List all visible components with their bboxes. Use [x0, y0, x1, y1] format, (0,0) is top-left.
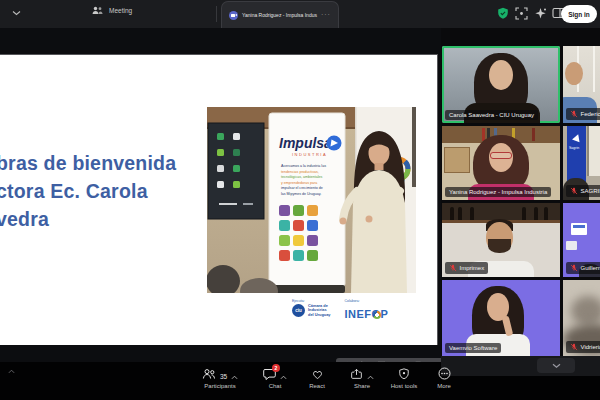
svg-text:las Mipymes de Uruguay.: las Mipymes de Uruguay. [281, 192, 321, 196]
rollup-banner: Impulsa INDUSTRIA Acercamos a la industr… [269, 113, 345, 293]
colabora-caption: Colabora: [344, 299, 388, 303]
screen-capture-icon[interactable] [515, 7, 528, 20]
video-tile-vaemvio[interactable]: Vaemvio Software [442, 280, 560, 356]
participant-name-label: Imprimex [445, 262, 488, 274]
participant-name-label: Guillermo [566, 262, 600, 274]
participant-name-label: Carola Saavedra - CIU Uruguay [445, 110, 538, 120]
svg-text:y emprendedoras para: y emprendedoras para [281, 181, 317, 185]
partial-control-caret[interactable] [8, 369, 15, 374]
chevron-up-icon[interactable] [231, 375, 238, 380]
host-tools-button[interactable]: Host tools [384, 367, 424, 389]
projector-screen [208, 123, 264, 219]
inefop-logo-block: Colabora: INEFOP [344, 299, 388, 322]
video-tile-federico[interactable]: Federico M [563, 46, 600, 123]
svg-text:Impulsa: Impulsa [279, 135, 332, 151]
react-button[interactable]: React [300, 367, 334, 389]
participant-name-label: Vaemvio Software [445, 343, 501, 353]
tab-active-label: Yanina Rodriguez - Impulsa Indus [242, 12, 317, 18]
chevron-up-icon[interactable] [280, 375, 287, 380]
participant-name-label: SAGRIN [566, 185, 600, 197]
collapse-panel-button[interactable] [537, 358, 575, 373]
svg-text:tecnológicas, ambientales: tecnológicas, ambientales [281, 175, 323, 179]
svg-text:INDUSTRIA: INDUSTRIA [292, 152, 327, 157]
titlebar: Meeting Yanina Rodriguez - Impulsa Indus… [0, 0, 600, 28]
share-icon [350, 368, 363, 380]
people-icon [92, 6, 103, 15]
chat-button[interactable]: 2 Chat [258, 367, 292, 389]
more-icon [438, 367, 451, 380]
panel-collapse-bar [441, 356, 600, 376]
ciu-logo-block: Ejecuta: ciu Cámara de Industrias del Ur… [292, 299, 330, 317]
slide-footer-logos: Ejecuta: ciu Cámara de Industrias del Ur… [292, 299, 388, 322]
tab-separator [216, 6, 217, 22]
sagrin-banner: Sagrin [567, 126, 586, 184]
video-tile-sagrin[interactable]: Sagrin SAGRIN [563, 126, 600, 200]
video-tile-carola[interactable]: Carola Saavedra - CIU Uruguay [442, 46, 560, 123]
chevron-down-icon [552, 363, 561, 369]
video-tile-yanina[interactable]: Yanina Rodriguez - Impulsa Industria [442, 126, 560, 200]
participant-name-label: Federico M [566, 108, 600, 120]
sparkle-icon[interactable] [534, 7, 547, 20]
tab-active-meeting-window[interactable]: Yanina Rodriguez - Impulsa Indus ··· [221, 1, 339, 28]
shield-check-icon[interactable] [497, 7, 509, 20]
participant-name-label: Vidrieria Bla - Lorena, ... [566, 341, 600, 353]
chevron-up-icon[interactable] [367, 375, 374, 380]
sign-in-button[interactable]: Sign in [561, 5, 597, 23]
mic-muted-icon [570, 343, 578, 351]
mic-muted-icon [570, 187, 578, 195]
tab-meeting-label: Meeting [109, 7, 132, 14]
participants-icon [202, 368, 216, 380]
inefop-logotype: INEFOP [344, 308, 388, 320]
mic-muted-icon [570, 264, 578, 272]
svg-text:tendencias productivas,: tendencias productivas, [281, 170, 319, 174]
chevron-down-icon[interactable] [12, 10, 21, 16]
video-tile-imprimex[interactable]: Imprimex [442, 203, 560, 277]
participants-video-panel: Carola Saavedra - CIU Uruguay Federico M [441, 28, 600, 376]
ciu-roundel-logo: ciu [292, 304, 305, 317]
presentation-slide: bras de bienvenida ctora Ec. Carola vedr… [0, 54, 438, 345]
video-tile-guillermo[interactable]: Guillermo [563, 203, 600, 277]
tab-meeting[interactable]: Meeting [92, 6, 132, 15]
tab-options-icon[interactable]: ··· [321, 12, 331, 18]
participants-count: 35 [220, 373, 227, 380]
share-button[interactable]: Share [342, 367, 382, 389]
slide-photo: INEFOP Impulsa [207, 107, 416, 293]
participant-name-label: Yanina Rodriguez - Impulsa Industria [445, 187, 551, 197]
video-tile-vidrieria[interactable]: Vidrieria Bla - Lorena, ... [563, 280, 600, 356]
shield-icon [398, 368, 410, 380]
camera-favicon-icon [229, 11, 238, 20]
mic-muted-icon [449, 264, 457, 272]
svg-text:impulsar el crecimiento de: impulsar el crecimiento de [281, 186, 323, 190]
heart-icon [311, 368, 324, 380]
slide-title: bras de bienvenida ctora Ec. Carola vedr… [0, 149, 176, 233]
mic-muted-icon [570, 110, 578, 118]
chat-unread-badge: 2 [272, 364, 280, 372]
more-button[interactable]: More [428, 367, 460, 389]
participants-button[interactable]: 35 Participants [196, 367, 244, 389]
svg-text:Acercamos a la industria las: Acercamos a la industria las [281, 164, 326, 168]
